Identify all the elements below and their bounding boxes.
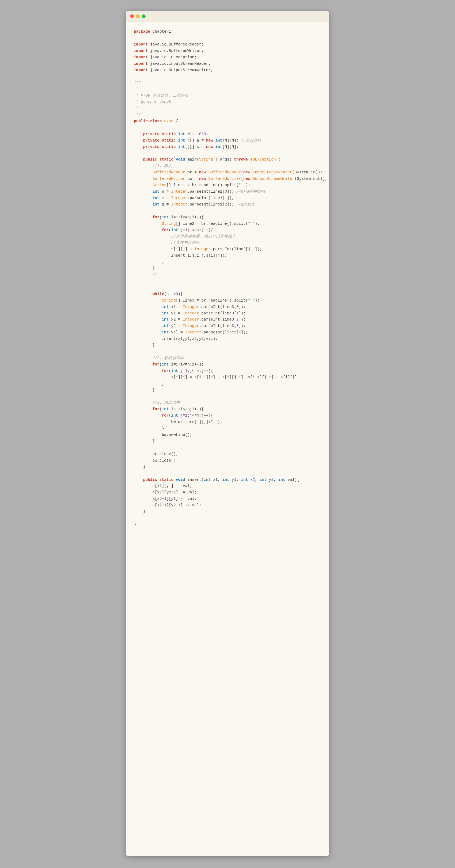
code-line [134,73,321,80]
code-line: * [134,105,321,112]
code-line [134,515,321,522]
code-line: import java.io.OutputStreamWriter; [134,67,321,73]
code-line: String[] line2 = br.readLine().split(" "… [134,221,321,227]
code-line: //3. 输出结果 [134,400,321,406]
code-line: } [134,387,321,394]
code-line: */ [134,112,321,118]
code-line: //2. 获取前缀和 [134,355,321,362]
code-line: bw.newLine(); [134,432,321,438]
code-line: String[] line3 = br.readLine().split(" "… [134,298,321,304]
code-line: } [134,259,321,266]
code-line: * @author vccyb [134,99,321,105]
code-line [134,349,321,355]
code-line: br.close(); [134,451,321,458]
code-line: public class P798 { [134,118,321,125]
code-line: int n = Integer.parseInt(line1[0]); //n行… [134,189,321,195]
code-line [134,470,321,477]
code-line: } [134,342,321,349]
code-line: int val = Integer.parseInt(line3[4]); [134,330,321,336]
code-line: s[i][j] = s[i-1][j] + s[i][j-1] -s[i-1][… [134,374,321,381]
code-line [134,35,321,41]
code-line: int x2 = Integer.parseInt(line3[2]); [134,316,321,323]
minimize-button[interactable] [136,14,140,18]
title-bar [126,11,329,22]
code-line: public static void main(String[] args) t… [134,157,321,163]
code-line [134,208,321,214]
code-line: for(int i=1;i<=n;i++){ [134,214,321,221]
code-line: import java.io.BufferedReader; [134,41,321,48]
code-line: a[x1][y2+1] -= val; [134,489,321,496]
code-line: a[x2+1][y1] -= val; [134,496,321,502]
code-line: while(q-->0){ [134,291,321,298]
maximize-button[interactable] [142,14,146,18]
code-line: private static int[][] a = new int[N][N]… [134,137,321,144]
code-line: //直接构造差分 [134,240,321,246]
code-line: //这里是要接受，我们可以直接插入 [134,234,321,240]
code-line: import java.io.IOException; [134,54,321,61]
code-line: s[i][j] = Integer.parseInt(line2[j-1]); [134,246,321,253]
code-line: for(int j=1;j<=m;j++){ [134,412,321,419]
close-button[interactable] [130,14,134,18]
code-line: int m = Integer.parseInt(line1[1]); [134,195,321,202]
code-line: import java.io.InputStreamReader; [134,61,321,67]
code-line: import java.io.BufferedWriter; [134,48,321,54]
code-line [134,285,321,291]
code-line: String[] line1 = br.readLine().split(" "… [134,182,321,189]
code-line [134,445,321,451]
code-line: BufferedReader br = new BufferedReader(n… [134,169,321,176]
code-line: * [134,86,321,93]
code-line: package Chapter1; [134,29,321,35]
code-line: } [134,426,321,432]
code-line: int y1 = Integer.parseInt(line3[1]); [134,310,321,317]
code-line [134,150,321,157]
code-line: bw.close(); [134,458,321,464]
code-line: private static int N = 1010; [134,131,321,137]
code-line [134,125,321,131]
code-editor: package Chapter1; import java.io.Buffere… [126,22,329,538]
code-line: for(int i=1;i<=n;i++){ [134,406,321,412]
code-line: public static void insert(int x1, int y1… [134,477,321,483]
code-line: } [134,464,321,470]
code-line: a[x1][y1] += val; [134,483,321,489]
code-line: BufferedWriter bw = new BufferedWriter(n… [134,176,321,182]
code-line: } [134,522,321,528]
code-line: } [134,381,321,387]
code-line: a[x2+1][y2+1] += val; [134,502,321,509]
code-line: // [134,272,321,278]
code-line: * P798 差分矩阵、二位差分 [134,93,321,99]
code-line: insert(i,j,i,j,s[i][j]); [134,253,321,259]
code-line: bw.write(s[i][j]+" "); [134,419,321,426]
code-window: package Chapter1; import java.io.Buffere… [126,11,329,856]
code-line: private static int[][] s = new int[N][N]… [134,144,321,150]
code-line: } [134,438,321,445]
code-line: int x1 = Integer.parseInt(line3[0]); [134,304,321,310]
code-line: int q = Integer.parseInt(line1[2]); //q次… [134,202,321,208]
code-line: /** [134,80,321,86]
code-line: for(int j=1;j<=m;j++){ [134,368,321,374]
code-line: for(int j=1;j<=m;j++){ [134,227,321,234]
code-line [134,394,321,400]
code-line: } [134,266,321,272]
code-line: insert(x1,y1,x2,y2,val); [134,336,321,342]
code-line: int y2 = Integer.parseInt(line3[3]); [134,323,321,330]
code-line: } [134,509,321,515]
code-line: for(int i=1;i<=n;i++){ [134,362,321,368]
code-line: //1. 输入 [134,163,321,169]
code-line [134,278,321,285]
